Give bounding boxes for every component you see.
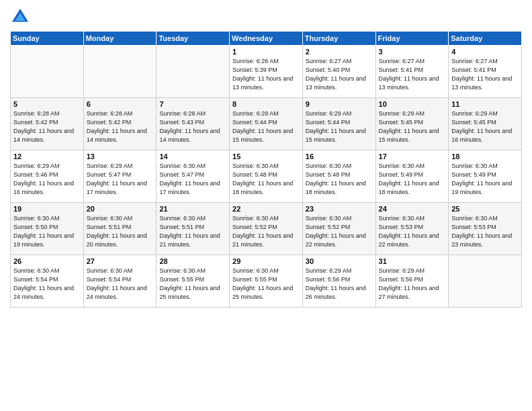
- day-cell: [11, 46, 84, 98]
- day-cell: 4Sunrise: 6:27 AMSunset: 5:41 PMDaylight…: [449, 46, 522, 98]
- day-info: Sunrise: 6:29 AMSunset: 5:46 PMDaylight:…: [13, 162, 81, 197]
- header: [10, 7, 522, 27]
- day-number: 6: [87, 100, 154, 108]
- day-cell: 21Sunrise: 6:30 AMSunset: 5:51 PMDayligh…: [157, 203, 230, 255]
- day-cell: 10Sunrise: 6:29 AMSunset: 5:45 PMDayligh…: [375, 98, 449, 150]
- day-cell: [157, 46, 230, 98]
- day-number: 9: [306, 100, 373, 108]
- day-cell: 26Sunrise: 6:30 AMSunset: 5:54 PMDayligh…: [11, 255, 84, 308]
- day-cell: 20Sunrise: 6:30 AMSunset: 5:51 PMDayligh…: [83, 203, 157, 255]
- day-cell: 23Sunrise: 6:30 AMSunset: 5:52 PMDayligh…: [302, 203, 375, 255]
- day-cell: 25Sunrise: 6:30 AMSunset: 5:53 PMDayligh…: [449, 203, 522, 255]
- day-cell: 24Sunrise: 6:30 AMSunset: 5:53 PMDayligh…: [375, 203, 449, 255]
- day-cell: 27Sunrise: 6:30 AMSunset: 5:54 PMDayligh…: [83, 255, 157, 308]
- day-info: Sunrise: 6:30 AMSunset: 5:54 PMDaylight:…: [13, 267, 81, 302]
- day-info: Sunrise: 6:30 AMSunset: 5:48 PMDaylight:…: [232, 162, 300, 197]
- day-info: Sunrise: 6:29 AMSunset: 5:56 PMDaylight:…: [379, 267, 446, 302]
- day-info: Sunrise: 6:29 AMSunset: 5:44 PMDaylight:…: [306, 109, 373, 144]
- day-info: Sunrise: 6:30 AMSunset: 5:51 PMDaylight:…: [87, 214, 154, 249]
- day-info: Sunrise: 6:30 AMSunset: 5:47 PMDaylight:…: [159, 162, 226, 197]
- day-cell: 14Sunrise: 6:30 AMSunset: 5:47 PMDayligh…: [157, 150, 230, 203]
- weekday-header-wednesday: Wednesday: [230, 32, 303, 46]
- day-info: Sunrise: 6:28 AMSunset: 5:42 PMDaylight:…: [13, 109, 81, 144]
- week-row-3: 12Sunrise: 6:29 AMSunset: 5:46 PMDayligh…: [11, 150, 522, 203]
- day-number: 21: [159, 205, 226, 213]
- day-info: Sunrise: 6:30 AMSunset: 5:53 PMDaylight:…: [451, 214, 519, 249]
- day-info: Sunrise: 6:30 AMSunset: 5:52 PMDaylight:…: [232, 214, 300, 249]
- day-number: 1: [232, 48, 300, 56]
- day-info: Sunrise: 6:28 AMSunset: 5:42 PMDaylight:…: [87, 109, 154, 144]
- day-cell: 13Sunrise: 6:29 AMSunset: 5:47 PMDayligh…: [83, 150, 157, 203]
- day-cell: 1Sunrise: 6:26 AMSunset: 5:39 PMDaylight…: [230, 46, 303, 98]
- day-cell: 19Sunrise: 6:30 AMSunset: 5:50 PMDayligh…: [11, 203, 84, 255]
- day-number: 16: [306, 152, 373, 161]
- day-info: Sunrise: 6:29 AMSunset: 5:56 PMDaylight:…: [306, 267, 373, 302]
- day-info: Sunrise: 6:30 AMSunset: 5:55 PMDaylight:…: [232, 267, 300, 302]
- day-cell: 16Sunrise: 6:30 AMSunset: 5:48 PMDayligh…: [302, 150, 375, 203]
- week-row-2: 5Sunrise: 6:28 AMSunset: 5:42 PMDaylight…: [11, 98, 522, 150]
- day-cell: 7Sunrise: 6:28 AMSunset: 5:43 PMDaylight…: [157, 98, 230, 150]
- day-number: 10: [379, 100, 446, 108]
- day-info: Sunrise: 6:27 AMSunset: 5:41 PMDaylight:…: [451, 57, 519, 92]
- day-number: 3: [379, 48, 446, 56]
- day-cell: 3Sunrise: 6:27 AMSunset: 5:41 PMDaylight…: [375, 46, 449, 98]
- week-row-5: 26Sunrise: 6:30 AMSunset: 5:54 PMDayligh…: [11, 255, 522, 308]
- day-cell: 29Sunrise: 6:30 AMSunset: 5:55 PMDayligh…: [230, 255, 303, 308]
- day-number: 26: [13, 257, 81, 265]
- week-row-1: 1Sunrise: 6:26 AMSunset: 5:39 PMDaylight…: [11, 46, 522, 98]
- day-number: 20: [87, 205, 154, 213]
- day-number: 18: [451, 152, 519, 161]
- day-cell: 9Sunrise: 6:29 AMSunset: 5:44 PMDaylight…: [302, 98, 375, 150]
- day-number: 5: [13, 100, 81, 108]
- day-info: Sunrise: 6:30 AMSunset: 5:49 PMDaylight:…: [451, 162, 519, 197]
- day-info: Sunrise: 6:30 AMSunset: 5:51 PMDaylight:…: [159, 214, 226, 249]
- day-info: Sunrise: 6:30 AMSunset: 5:48 PMDaylight:…: [306, 162, 373, 197]
- weekday-header-thursday: Thursday: [302, 32, 375, 46]
- day-info: Sunrise: 6:30 AMSunset: 5:55 PMDaylight:…: [159, 267, 226, 302]
- weekday-header-tuesday: Tuesday: [157, 32, 230, 46]
- logo: [10, 7, 33, 27]
- day-number: 25: [451, 205, 519, 213]
- weekday-header-saturday: Saturday: [449, 32, 522, 46]
- day-number: 14: [159, 152, 226, 161]
- day-info: Sunrise: 6:29 AMSunset: 5:45 PMDaylight:…: [379, 109, 446, 144]
- day-number: 31: [379, 257, 446, 265]
- day-number: 22: [232, 205, 300, 213]
- day-cell: 8Sunrise: 6:28 AMSunset: 5:44 PMDaylight…: [230, 98, 303, 150]
- day-info: Sunrise: 6:30 AMSunset: 5:54 PMDaylight:…: [87, 267, 154, 302]
- day-cell: 2Sunrise: 6:27 AMSunset: 5:40 PMDaylight…: [302, 46, 375, 98]
- logo-icon: [10, 7, 30, 27]
- day-cell: [83, 46, 157, 98]
- weekday-header-friday: Friday: [375, 32, 449, 46]
- day-cell: 28Sunrise: 6:30 AMSunset: 5:55 PMDayligh…: [157, 255, 230, 308]
- day-cell: 31Sunrise: 6:29 AMSunset: 5:56 PMDayligh…: [375, 255, 449, 308]
- day-number: 11: [451, 100, 519, 108]
- day-info: Sunrise: 6:27 AMSunset: 5:40 PMDaylight:…: [306, 57, 373, 92]
- day-number: 13: [87, 152, 154, 161]
- day-cell: 15Sunrise: 6:30 AMSunset: 5:48 PMDayligh…: [230, 150, 303, 203]
- day-cell: 6Sunrise: 6:28 AMSunset: 5:42 PMDaylight…: [83, 98, 157, 150]
- day-cell: 11Sunrise: 6:29 AMSunset: 5:45 PMDayligh…: [449, 98, 522, 150]
- day-number: 4: [451, 48, 519, 56]
- day-number: 7: [159, 100, 226, 108]
- day-number: 2: [306, 48, 373, 56]
- day-cell: 18Sunrise: 6:30 AMSunset: 5:49 PMDayligh…: [449, 150, 522, 203]
- day-number: 29: [232, 257, 300, 265]
- day-cell: [449, 255, 522, 308]
- weekday-header-monday: Monday: [83, 32, 157, 46]
- day-number: 24: [379, 205, 446, 213]
- day-number: 15: [232, 152, 300, 161]
- day-info: Sunrise: 6:29 AMSunset: 5:45 PMDaylight:…: [451, 109, 519, 144]
- day-cell: 30Sunrise: 6:29 AMSunset: 5:56 PMDayligh…: [302, 255, 375, 308]
- day-number: 19: [13, 205, 81, 213]
- calendar-table: SundayMondayTuesdayWednesdayThursdayFrid…: [10, 31, 522, 308]
- day-number: 30: [306, 257, 373, 265]
- day-info: Sunrise: 6:30 AMSunset: 5:49 PMDaylight:…: [379, 162, 446, 197]
- day-info: Sunrise: 6:30 AMSunset: 5:53 PMDaylight:…: [379, 214, 446, 249]
- day-info: Sunrise: 6:30 AMSunset: 5:50 PMDaylight:…: [13, 214, 81, 249]
- day-number: 23: [306, 205, 373, 213]
- day-info: Sunrise: 6:27 AMSunset: 5:41 PMDaylight:…: [379, 57, 446, 92]
- day-number: 28: [159, 257, 226, 265]
- day-number: 12: [13, 152, 81, 161]
- day-cell: 5Sunrise: 6:28 AMSunset: 5:42 PMDaylight…: [11, 98, 84, 150]
